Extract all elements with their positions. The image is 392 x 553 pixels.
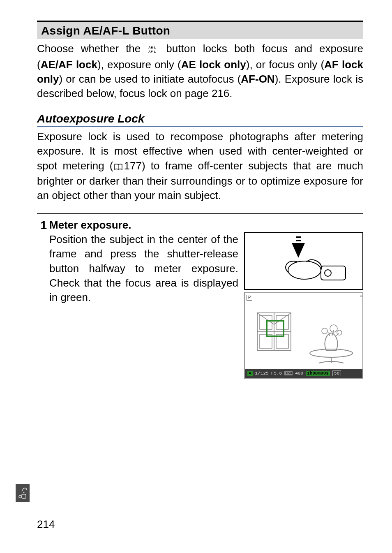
down-arrow-icon [290,236,307,261]
vase-table-illustration [294,314,356,367]
intro-bold-4: AF-ON [241,73,274,85]
page-number: 214 [37,518,55,531]
step-text: Position the subject in the center of th… [49,232,238,379]
svg-marker-5 [292,243,305,258]
svg-point-21 [19,495,21,498]
intro-bold-1: AE/AF lock [41,58,97,71]
step-number: 1 [37,218,49,379]
remaining-readout: 56 [332,370,341,376]
shutter-speed-readout: 1/125 [255,371,269,376]
intro-paragraph: Choose whether the AE-LAF-L button locks… [37,42,363,101]
viewfinder-status-bar: ● 1/125 F5.6 ISO 400 1h00m00s 56 [245,369,362,378]
svg-text:AE-L: AE-L [148,46,156,49]
ae-l-af-l-glyph: AE-LAF-L [148,43,158,58]
step-title: Meter exposure. [49,218,363,232]
svg-rect-22 [22,494,26,498]
page-ref-number: 177 [124,160,142,172]
intro-text-5: ) or can be used to initiate autofocus ( [59,73,241,85]
focus-area-indicator [266,320,284,337]
svg-text:AF-L: AF-L [148,50,156,53]
figure-press-shutter [244,232,363,290]
mode-indicator: P [247,295,252,301]
svg-point-23 [23,492,25,493]
iso-label: ISO [284,371,293,375]
rec-time-readout: 1h00m00s [306,371,330,376]
page-ref-icon [114,160,122,174]
svg-point-6 [288,261,321,279]
subsection-paragraph: Exposure lock is used to recompose photo… [37,130,363,202]
section-tab-icon [16,484,30,502]
horizontal-rule [37,213,363,214]
svg-point-18 [322,328,327,334]
svg-rect-3 [296,236,301,238]
figure-viewfinder: P [244,292,363,379]
subsection-heading: Autoexposure Lock [37,112,363,127]
svg-point-8 [325,270,331,276]
intro-text-1: Choose whether the [37,42,148,55]
intro-text-4: ), or focus only ( [246,58,324,71]
focus-confirm-dot: ● [247,371,253,376]
tick-mark [360,296,362,296]
intro-bold-2: AE lock only [181,58,246,71]
iso-readout: 400 [295,371,303,376]
aperture-readout: F5.6 [271,371,282,376]
intro-text-3: ), exposure only ( [97,58,181,71]
hand-camera-illustration [282,258,352,287]
svg-rect-4 [296,240,301,241]
step-1: 1 Meter exposure. Position the subject i… [37,218,363,379]
figure-column: P [244,232,363,379]
section-heading: Assign AE/AF-L Button [37,21,363,39]
